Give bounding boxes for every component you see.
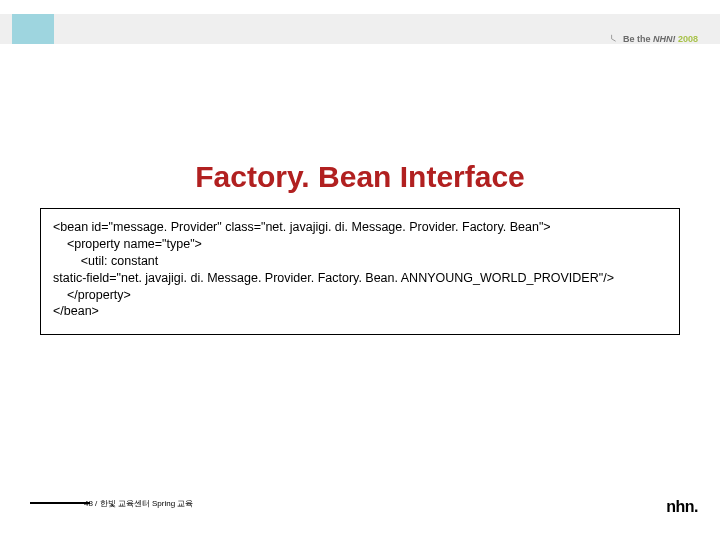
tagline: Be the NHN! 2008 [610, 34, 698, 44]
footer-text: 48 / 한빛 교육센터 Spring 교육 [84, 498, 193, 509]
footer-rule [30, 502, 90, 504]
tagline-prefix: Be the [623, 34, 653, 44]
tagline-arrow-icon [610, 34, 618, 42]
nhn-logo: nhn. [666, 498, 698, 516]
slide: Be the NHN! 2008 Factory. Bean Interface… [0, 0, 720, 540]
code-box: <bean id="message. Provider" class="net.… [40, 208, 680, 335]
topbar-cyan-block [12, 14, 54, 44]
tagline-year: 2008 [678, 34, 698, 44]
slide-title: Factory. Bean Interface [0, 160, 720, 194]
tagline-brand: NHN! [653, 34, 676, 44]
topbar: Be the NHN! 2008 [0, 14, 720, 44]
